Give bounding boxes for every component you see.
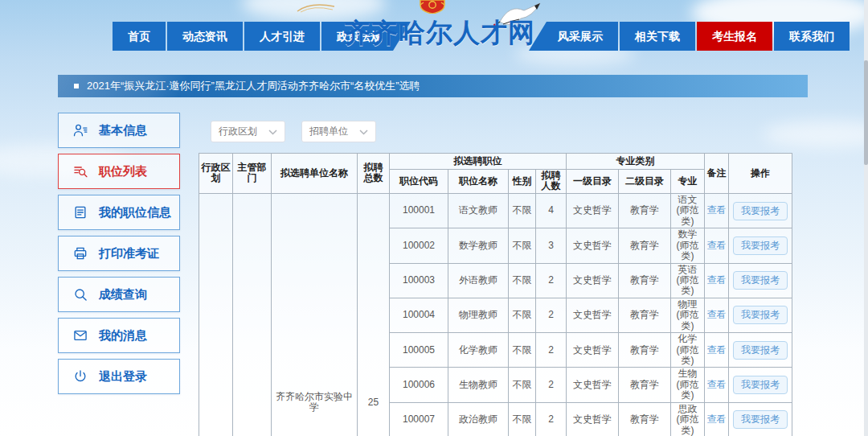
- mail-icon: [72, 327, 88, 343]
- gender-cell: 不限: [509, 193, 536, 228]
- filter-select-0[interactable]: 行政区划: [211, 121, 285, 142]
- job-name-cell: 政治教师: [448, 402, 509, 436]
- gender-cell: 不限: [509, 263, 536, 298]
- col-header-job-group: 拟选聘职位: [390, 154, 567, 170]
- col-header-major: 专业: [671, 170, 705, 194]
- printer-icon: [72, 245, 88, 261]
- apply-button[interactable]: 我要报考: [733, 237, 788, 255]
- scrollbar[interactable]: [864, 0, 868, 436]
- apply-button[interactable]: 我要报考: [733, 306, 788, 324]
- cat1-cell: 文史哲学: [567, 193, 619, 228]
- count-cell: 2: [536, 402, 567, 436]
- col-header-gender: 性别: [509, 170, 536, 194]
- col-header-cat2: 二级目录: [619, 170, 671, 194]
- col-header-total: 拟聘总数: [358, 154, 390, 194]
- job-name-cell: 生物教师: [448, 368, 509, 402]
- top-navigation: 首页动态资讯人才引进政策法规 齐齐哈尔人才网 风采展示相关下载考生报名联系我们: [0, 22, 868, 51]
- cat2-cell: 教育学: [619, 368, 671, 402]
- apply-button[interactable]: 我要报考: [733, 341, 788, 360]
- nav-right-item-3[interactable]: 联系我们: [774, 22, 850, 51]
- power-icon: [72, 368, 88, 385]
- cat1-cell: 文史哲学: [567, 368, 619, 402]
- sidebar-item-6[interactable]: 退出登录: [58, 359, 180, 394]
- sidebar-item-label: 基本信息: [99, 123, 147, 138]
- cat1-cell: 文史哲学: [567, 298, 619, 332]
- cat1-cell: 文史哲学: [567, 263, 619, 298]
- major-cell: 语文(师范类): [671, 193, 705, 228]
- unit-name-cell: 齐齐哈尔市实验中学: [272, 193, 358, 436]
- gold-crane-image: [296, 2, 338, 16]
- apply-button[interactable]: 我要报考: [733, 271, 788, 290]
- cat1-cell: 文史哲学: [567, 228, 619, 263]
- sidebar-item-4[interactable]: 成绩查询: [58, 277, 180, 312]
- unit-total-cell: 25: [358, 193, 390, 436]
- nav-left-item-1[interactable]: 动态资讯: [167, 22, 243, 51]
- chevron-down-icon: [359, 126, 368, 138]
- cat2-cell: 教育学: [619, 193, 671, 228]
- job-table-header: 行政区划 主管部门 拟选聘单位名称 拟聘总数 拟选聘职位 专业类别 备注 操作 …: [199, 154, 792, 194]
- view-link[interactable]: 查看: [707, 204, 727, 216]
- col-header-unit-name: 拟选聘单位名称: [272, 154, 358, 194]
- sidebar-item-0[interactable]: 基本信息: [58, 113, 180, 148]
- sidebar-item-2[interactable]: 我的职位信息: [58, 195, 180, 230]
- nav-left-item-2[interactable]: 人才引进: [244, 22, 320, 51]
- job-code-cell: 100007: [390, 402, 448, 436]
- view-link[interactable]: 查看: [707, 274, 727, 286]
- col-header-cat1: 一级目录: [567, 170, 619, 194]
- apply-button[interactable]: 我要报考: [733, 410, 788, 429]
- count-cell: 2: [536, 263, 567, 298]
- view-link[interactable]: 查看: [707, 344, 727, 356]
- nav-right-item-0[interactable]: 风采展示: [529, 22, 618, 51]
- sidebar-item-3[interactable]: 打印准考证: [58, 236, 180, 271]
- sidebar-item-1[interactable]: 职位列表: [58, 154, 180, 189]
- sidebar-item-5[interactable]: 我的消息: [58, 318, 180, 353]
- count-cell: 2: [536, 333, 567, 368]
- job-table-body: 齐齐哈尔市实验中学 25 100001 语文教师 不限 4 文史哲学 教育学 语…: [199, 193, 792, 436]
- apply-button[interactable]: 我要报考: [733, 376, 788, 394]
- nav-right: 风采展示相关下载考生报名联系我们: [529, 22, 851, 51]
- major-cell: 物理(师范类): [671, 298, 705, 332]
- sidebar-item-label: 我的职位信息: [99, 205, 171, 220]
- job-code-cell: 100001: [390, 193, 448, 228]
- job-code-cell: 100004: [390, 298, 448, 332]
- count-cell: 4: [536, 193, 567, 228]
- view-link[interactable]: 查看: [707, 379, 727, 390]
- major-cell: 英语(师范类): [671, 263, 705, 298]
- col-header-admin-region: 行政区划: [199, 154, 233, 194]
- view-link[interactable]: 查看: [707, 309, 727, 320]
- gender-cell: 不限: [509, 228, 536, 263]
- filter-select-1[interactable]: 招聘单位: [301, 121, 376, 142]
- job-name-cell: 语文教师: [448, 193, 509, 228]
- nav-left-item-0[interactable]: 首页: [113, 22, 166, 51]
- cat2-cell: 教育学: [619, 333, 671, 368]
- admin-region-cell: [199, 193, 233, 436]
- job-code-cell: 100006: [390, 368, 448, 402]
- announcement-banner[interactable]: 2021年“振兴龙江·邀你同行”黑龙江人才周活动齐齐哈尔市“名校优生”选聘: [58, 75, 808, 97]
- job-table: 行政区划 主管部门 拟选聘单位名称 拟聘总数 拟选聘职位 专业类别 备注 操作 …: [199, 153, 792, 436]
- gender-cell: 不限: [509, 402, 536, 436]
- scrollbar-thumb[interactable]: [864, 60, 868, 165]
- count-cell: 3: [536, 228, 567, 263]
- col-header-count: 拟聘人数: [536, 170, 567, 194]
- cat2-cell: 教育学: [619, 228, 671, 263]
- sidebar-item-label: 我的消息: [99, 328, 147, 343]
- filter-bar: 行政区划 招聘单位: [211, 121, 376, 142]
- sidebar-item-label: 成绩查询: [99, 287, 147, 302]
- job-name-cell: 数学教师: [448, 228, 509, 263]
- nav-right-item-1[interactable]: 相关下载: [620, 22, 695, 51]
- gender-cell: 不限: [509, 333, 536, 368]
- site-title: 齐齐哈尔人才网: [344, 15, 534, 51]
- view-link[interactable]: 查看: [707, 240, 727, 251]
- apply-button[interactable]: 我要报考: [733, 202, 788, 220]
- major-cell: 思政(师范类): [671, 402, 705, 436]
- job-code-cell: 100002: [390, 228, 448, 263]
- national-emblem-image: [417, 0, 448, 17]
- chevron-down-icon: [268, 126, 277, 138]
- sidebar: 基本信息 职位列表 我的职位信息 打印准考证 成绩查询 我的消息 退出登录: [58, 113, 180, 400]
- search-icon: [72, 286, 88, 302]
- col-header-job-name: 职位名称: [448, 170, 509, 194]
- nav-right-item-2[interactable]: 考生报名: [697, 22, 772, 51]
- count-cell: 2: [536, 368, 567, 402]
- view-link[interactable]: 查看: [707, 413, 727, 425]
- table-row: 齐齐哈尔市实验中学 25 100001 语文教师 不限 4 文史哲学 教育学 语…: [199, 193, 792, 228]
